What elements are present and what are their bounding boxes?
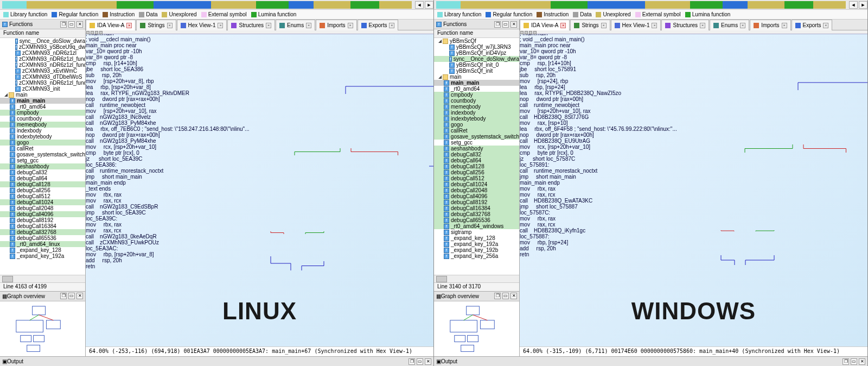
function-item[interactable]: f_expand_key_128: [434, 235, 519, 241]
panel-button[interactable]: ✕: [76, 293, 83, 299]
asm-block[interactable]: mov rbx, raxmov rax, rcxcall HD8B238Q_Ew…: [520, 186, 573, 210]
function-item[interactable]: f_rt0_amd64: [0, 104, 85, 110]
h-scrollbar[interactable]: [434, 275, 519, 282]
function-name-column[interactable]: Function name: [0, 29, 85, 38]
tab-ida-view-a[interactable]: IDA View-A×: [520, 20, 570, 30]
function-item[interactable]: fzCXMhN93_dTDbelWoS: [0, 74, 85, 80]
function-item[interactable]: fdebugCall512: [0, 193, 85, 199]
function-item[interactable]: findexbytebody: [0, 134, 85, 140]
asm-block[interactable]: loc_5EA3AC:mov rbp, [rsp+20h+var_8]add r…: [86, 245, 142, 269]
nav-arrow[interactable]: ◄: [849, 1, 858, 9]
function-item[interactable]: fdebugCall8192: [0, 217, 85, 223]
navigation-bar[interactable]: ◄►: [0, 0, 433, 10]
function-item[interactable]: fdebugCall32768: [0, 229, 85, 235]
graph-overview-body[interactable]: [434, 301, 519, 356]
function-item[interactable]: fgosave_systemstack_switch: [0, 152, 85, 157]
function-item[interactable]: f_expand_key_192a: [434, 241, 519, 247]
function-item[interactable]: fdebugCall256: [0, 187, 85, 193]
close-icon[interactable]: ×: [652, 23, 657, 28]
panel-button[interactable]: ▭: [417, 358, 423, 365]
nav-arrow[interactable]: ◄: [415, 1, 424, 9]
panel-button[interactable]: ▭: [502, 21, 509, 28]
tab-strings[interactable]: Strings×: [570, 20, 610, 30]
asm-block[interactable]: loc_57587C:mov rbx, raxmov rax, rcxcall …: [520, 210, 569, 234]
tab-ida-view-a[interactable]: IDA View-A×: [86, 20, 136, 30]
function-item[interactable]: fdebugCall32: [434, 152, 519, 157]
function-item[interactable]: fdebugCall65536: [434, 217, 519, 223]
function-item[interactable]: findexbody: [434, 110, 519, 116]
function-item[interactable]: ◢main: [0, 92, 85, 98]
function-item[interactable]: faeshashbody: [0, 163, 85, 169]
function-item[interactable]: fsync__Once_doSlow_dwra: [0, 38, 85, 44]
function-item[interactable]: fgogo: [434, 122, 519, 128]
function-item[interactable]: fdebugCall4096: [0, 211, 85, 217]
tab-hex-view-1[interactable]: Hex View-1×: [611, 20, 661, 30]
function-item[interactable]: fdebugCall128: [0, 181, 85, 187]
function-item[interactable]: fmain_main: [0, 98, 85, 104]
close-icon[interactable]: ×: [601, 23, 607, 28]
function-item[interactable]: f_rt0_amd64_windows: [434, 223, 519, 229]
function-item[interactable]: ◢yBBmScQf: [434, 38, 519, 44]
tab-structures[interactable]: Structures×: [227, 20, 275, 30]
function-item[interactable]: fcallRet: [0, 146, 85, 152]
function-item[interactable]: fcountbody: [0, 116, 85, 122]
function-item[interactable]: fdebugCall512: [434, 175, 519, 181]
function-item[interactable]: fdebugCall64: [434, 157, 519, 163]
close-icon[interactable]: ×: [266, 23, 271, 28]
tab-enums[interactable]: Enums×: [276, 20, 315, 30]
function-item[interactable]: fdebugCall256: [434, 169, 519, 175]
function-item[interactable]: fdebugCall2048: [0, 205, 85, 211]
function-item[interactable]: fgosave_systemstack_switch: [434, 134, 519, 140]
panel-button[interactable]: ✕: [510, 293, 517, 299]
ida-graph-view[interactable]: ; main.main; void __cdecl main_main()mai…: [520, 30, 867, 346]
function-item[interactable]: fzCXMhN93_nDR6z1zl_func: [0, 62, 85, 68]
function-item[interactable]: fzCXMhN93_ySBceU9q_dwra: [0, 44, 85, 50]
function-item[interactable]: fdebugCall128: [434, 163, 519, 169]
function-item[interactable]: fdebugCall16384: [434, 205, 519, 211]
function-item[interactable]: fzCXMhN93_xEvtWmC: [0, 68, 85, 74]
function-item[interactable]: f_expand_key_256a: [434, 253, 519, 259]
function-item[interactable]: f_expand_key_192a: [0, 253, 85, 259]
function-item[interactable]: fyBBmScQf_w7jL3RN3: [434, 44, 519, 50]
panel-button[interactable]: ❐: [494, 21, 501, 28]
function-item[interactable]: fdebugCall16384: [0, 223, 85, 229]
asm-block[interactable]: ; main.main; void __cdecl main_main()mai…: [86, 30, 141, 72]
tab-exports[interactable]: Exports×: [358, 20, 399, 30]
close-icon[interactable]: ×: [126, 23, 132, 28]
nav-arrow[interactable]: ►: [859, 1, 867, 9]
function-item[interactable]: fmemeqbody: [434, 104, 519, 110]
function-item[interactable]: f_rt0_amd64: [434, 86, 519, 92]
close-icon[interactable]: ×: [306, 23, 311, 28]
function-item[interactable]: findexbody: [0, 128, 85, 134]
function-list[interactable]: fsync__Once_doSlow_dwrafzCXMhN93_ySBceU9…: [0, 38, 85, 275]
tab-exports[interactable]: Exports×: [792, 20, 833, 30]
navigation-bar[interactable]: ◄►: [434, 0, 867, 10]
function-item[interactable]: fsetg_gcc: [434, 140, 519, 146]
function-item[interactable]: fdebugCall65536: [0, 235, 85, 241]
function-item[interactable]: fzCXMhN93_nDR6z1zl_func: [0, 56, 85, 62]
tab-imports[interactable]: Imports×: [316, 20, 356, 30]
function-item[interactable]: findexbytebody: [434, 116, 519, 122]
function-item[interactable]: fcmpbody: [434, 92, 519, 98]
tab-enums[interactable]: Enums×: [710, 20, 749, 30]
panel-button[interactable]: ▭: [851, 358, 857, 365]
function-item[interactable]: fzCXMhN93_init: [0, 86, 85, 92]
function-item[interactable]: ◢main: [434, 74, 519, 80]
function-item[interactable]: fmemeqbody: [0, 122, 85, 128]
function-item[interactable]: fdebugCall2048: [434, 187, 519, 193]
tab-structures[interactable]: Structures×: [661, 20, 709, 30]
function-item[interactable]: fcallRet: [434, 128, 519, 134]
function-item[interactable]: fdebugCall1024: [0, 199, 85, 205]
function-item[interactable]: faeshashbody: [434, 146, 519, 152]
function-item[interactable]: f_expand_key_128: [0, 247, 85, 253]
asm-block[interactable]: mov rbx, raxmov rax, rcxcall nGW2g183_C9…: [86, 192, 136, 216]
tab-imports[interactable]: Imports×: [750, 20, 790, 30]
close-icon[interactable]: ×: [823, 23, 828, 28]
close-icon[interactable]: ×: [740, 23, 745, 28]
ida-graph-view[interactable]: ; main.main; void __cdecl main_main()mai…: [86, 30, 433, 346]
panel-button[interactable]: ▭: [68, 21, 75, 28]
function-item[interactable]: fsetg_gcc: [0, 157, 85, 163]
function-item[interactable]: fcountbody: [434, 98, 519, 104]
asm-block[interactable]: loc_575887:mov rbp, [rsp+24]add rsp, 20h…: [520, 234, 563, 257]
block-titlebar[interactable]: [86, 30, 433, 34]
